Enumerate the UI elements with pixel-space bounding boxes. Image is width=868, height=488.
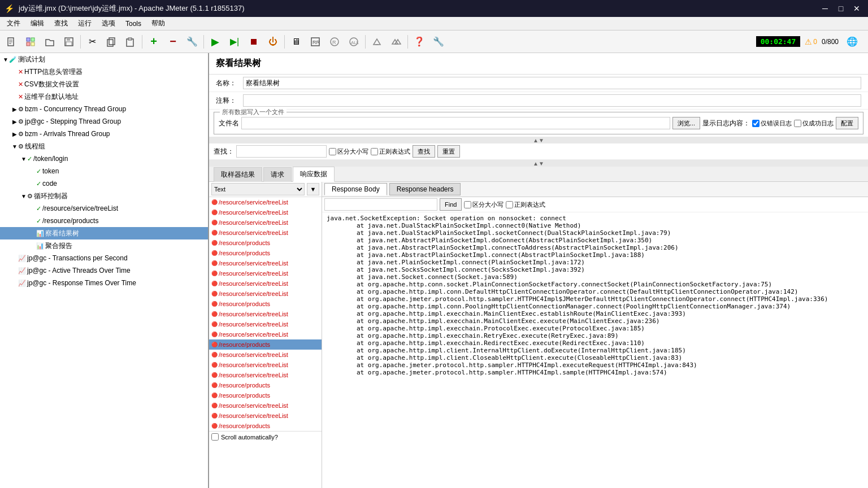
cut-button[interactable]: ✂	[83, 33, 101, 51]
paste-button[interactable]	[121, 33, 140, 51]
expand-arrow[interactable]: ▶	[11, 131, 18, 137]
remote-clear-button[interactable]: R	[326, 33, 344, 51]
result-item[interactable]: 🔴/resource/products	[209, 390, 322, 400]
result-item[interactable]: 🔴/resource/products	[209, 248, 322, 258]
sidebar-item-test-plan[interactable]: ▼🧪测试计划	[0, 53, 208, 66]
config-file-button[interactable]: 配置	[836, 117, 858, 129]
result-item[interactable]: 🔴/resource/products	[209, 339, 322, 350]
response-headers-tab[interactable]: Response headers	[389, 183, 461, 195]
save-button[interactable]	[60, 33, 78, 51]
help-button[interactable]: ❓	[410, 33, 428, 51]
sidebar-item-view-results-tree[interactable]: 📊察看结果树	[0, 227, 208, 239]
result-item[interactable]: 🔴/resource/products	[209, 299, 322, 309]
stop-button[interactable]: ⏹	[245, 33, 263, 51]
browse-button[interactable]: 浏览...	[672, 117, 700, 129]
sidebar-item-bzm-arrivals[interactable]: ▶⚙bzm - Arrivals Thread Group	[0, 128, 208, 140]
sidebar-item-resource-products[interactable]: ✓/resource/products	[0, 215, 208, 227]
sidebar-item-jp-active[interactable]: 📈jp@gc - Active Threads Over Time	[0, 264, 208, 277]
name-input[interactable]	[243, 77, 861, 89]
sidebar-item-thread-group[interactable]: ▼⚙线程组	[0, 140, 208, 152]
detail-case-checkbox[interactable]	[464, 201, 471, 208]
sidebar-item-token[interactable]: ✓token	[0, 165, 208, 177]
wrench-button[interactable]: 🔧	[183, 33, 201, 51]
result-item[interactable]: 🔴/resource/service/treeList	[209, 370, 322, 380]
response-body-tab[interactable]: Response Body	[324, 183, 387, 195]
expand-arrow[interactable]: ▶	[11, 119, 18, 125]
templates-button[interactable]	[21, 33, 40, 51]
network-button[interactable]: 🌐	[843, 33, 861, 51]
sidebar-item-resource-treelist[interactable]: ✓/resource/service/treeList	[0, 202, 208, 215]
only-errors-checkbox[interactable]	[752, 120, 760, 127]
expand-arrow[interactable]: ▼	[11, 143, 18, 150]
find-button[interactable]: 查找	[413, 145, 435, 158]
config-button[interactable]: 🔧	[429, 33, 448, 51]
result-item[interactable]: 🔴/resource/service/treeList	[209, 411, 322, 421]
remote-all-button[interactable]: ALL	[345, 33, 363, 51]
run-button[interactable]: ▶	[206, 33, 224, 51]
new-button[interactable]	[2, 33, 20, 51]
result-item[interactable]: 🔴/resource/service/treeList	[209, 400, 322, 411]
open-button[interactable]	[41, 33, 59, 51]
comment-input[interactable]	[243, 94, 861, 107]
tab-response[interactable]: 响应数据	[293, 167, 335, 182]
menu-item-运行[interactable]: 运行	[73, 18, 96, 29]
menu-item-查找[interactable]: 查找	[50, 18, 72, 29]
result-item[interactable]: 🔴/resource/service/treeList	[209, 309, 322, 319]
sidebar-item-jp-stepping[interactable]: ▶⚙jp@gc - Stepping Thread Group	[0, 115, 208, 128]
result-item[interactable]: 🔴/resource/service/treeList	[209, 217, 322, 228]
detail-regex-checkbox[interactable]	[506, 201, 513, 208]
remove-button[interactable]: −	[164, 33, 182, 51]
shutdown-button[interactable]: ⏻	[264, 33, 282, 51]
filter-toggle-button[interactable]: ▼	[307, 183, 319, 195]
maximize-button[interactable]: □	[834, 2, 848, 15]
result-item[interactable]: 🔴/resource/products	[209, 238, 322, 248]
result-item[interactable]: 🔴/resource/service/treeList	[209, 289, 322, 299]
menu-item-帮助[interactable]: 帮助	[147, 18, 170, 29]
sidebar-item-summary-report[interactable]: 📊聚合报告	[0, 239, 208, 252]
expand-arrow[interactable]: ▼	[20, 156, 27, 162]
tab-sampler[interactable]: 取样器结果	[214, 167, 262, 182]
collapse-bar-2[interactable]: ▲▼	[209, 160, 868, 167]
result-item[interactable]: 🔴/resource/service/treeList	[209, 319, 322, 329]
detail-find-button[interactable]: Find	[440, 198, 462, 211]
sidebar-item-csv-data[interactable]: ✕CSV数据文件设置	[0, 78, 208, 90]
regex-checkbox[interactable]	[371, 148, 378, 155]
collapse-bar-1[interactable]: ▲▼	[209, 137, 868, 143]
sidebar-item-loop-controller[interactable]: ▼⚙循环控制器	[0, 190, 208, 202]
clear-button[interactable]	[368, 33, 386, 51]
sidebar-item-user-defaults[interactable]: ✕运维平台默认地址	[0, 90, 208, 103]
minimize-button[interactable]: ─	[818, 2, 832, 15]
detail-search-input[interactable]	[324, 198, 437, 211]
expand-arrow[interactable]: ▼	[2, 56, 9, 63]
result-item[interactable]: 🔴/resource/service/treeList	[209, 350, 322, 360]
result-item[interactable]: 🔴/resource/service/treeList	[209, 258, 322, 268]
close-button[interactable]: ✕	[850, 2, 863, 15]
reset-button[interactable]: 重置	[437, 145, 460, 158]
run-test-button[interactable]: ▶|	[225, 33, 244, 51]
search-input[interactable]	[236, 145, 327, 158]
sidebar-item-jp-response[interactable]: 📈jp@gc - Response Times Over Time	[0, 277, 208, 289]
menu-item-编辑[interactable]: 编辑	[26, 18, 49, 29]
tab-request[interactable]: 请求	[263, 167, 292, 182]
only-success-checkbox[interactable]	[794, 120, 801, 127]
sidebar-item-jp-tps[interactable]: 📈jp@gc - Transactions per Second	[0, 252, 208, 264]
menu-item-文件[interactable]: 文件	[2, 18, 25, 29]
result-item[interactable]: 🔴/resource/service/treeList	[209, 228, 322, 238]
result-item[interactable]: 🔴/resource/products	[209, 421, 322, 431]
result-item[interactable]: 🔴/resource/service/treeList	[209, 329, 322, 339]
sidebar-item-http-header[interactable]: ✕HTTP信息头管理器	[0, 66, 208, 78]
case-checkbox[interactable]	[329, 148, 336, 155]
result-item[interactable]: 🔴/resource/service/treeList	[209, 278, 322, 289]
remote-start-button[interactable]: 🖥	[287, 33, 305, 51]
result-item[interactable]: 🔴/resource/products	[209, 380, 322, 390]
sidebar-item-code[interactable]: ✓code	[0, 177, 208, 190]
menu-item-Tools[interactable]: Tools	[121, 19, 146, 29]
copy-button[interactable]	[102, 33, 120, 51]
result-item[interactable]: 🔴/resource/service/treeList	[209, 360, 322, 370]
file-path-input[interactable]	[241, 117, 670, 129]
filter-dropdown[interactable]: Text	[211, 183, 305, 195]
scroll-auto-checkbox[interactable]	[211, 433, 219, 441]
menu-item-选项[interactable]: 选项	[97, 18, 120, 29]
result-item[interactable]: 🔴/resource/service/treeList	[209, 197, 322, 207]
add-button[interactable]: +	[145, 33, 163, 51]
